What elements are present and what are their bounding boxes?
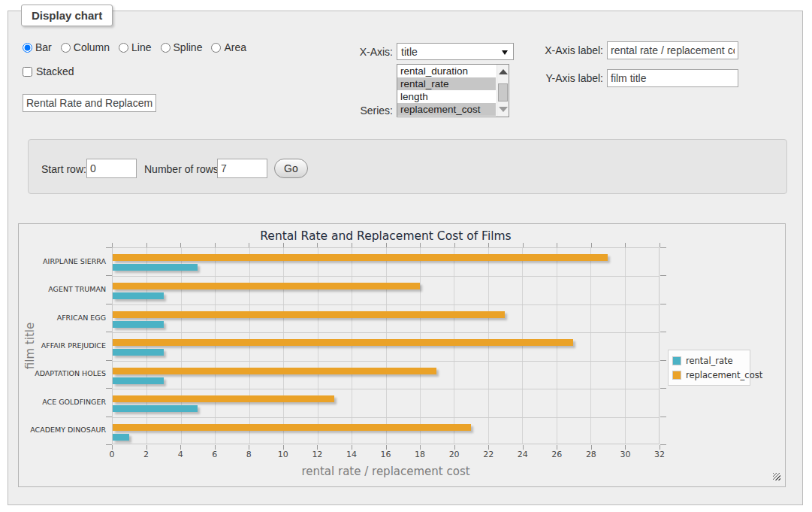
band (113, 332, 659, 360)
x-tick-label: 2 (131, 450, 161, 459)
scroll-up-icon[interactable] (499, 69, 508, 74)
chart-type-option-spline[interactable]: Spline (161, 41, 203, 53)
chart-type-option-line[interactable]: Line (119, 41, 151, 53)
scrollbar-thumb[interactable] (498, 83, 508, 101)
x-axis-caption: X-Axis: (323, 46, 393, 58)
stacked-checkbox[interactable] (23, 67, 32, 77)
series-option-length[interactable]: length (397, 90, 496, 103)
bar-replacement_cost (113, 311, 505, 318)
band (113, 248, 659, 276)
y-tick-mark (660, 275, 666, 276)
x-tick-label: 8 (234, 450, 264, 459)
bar-replacement_cost (113, 339, 573, 346)
series-option-rental_duration[interactable]: rental_duration (397, 65, 496, 77)
radio-spline[interactable] (161, 43, 171, 53)
legend-item-rental_rate: rental_rate (672, 353, 745, 368)
bar-replacement_cost (113, 368, 436, 374)
scroll-down-icon[interactable] (499, 107, 508, 112)
band (113, 417, 659, 445)
x-tick-mark (557, 445, 557, 450)
series-options: rental_durationrental_ratelengthreplacem… (397, 65, 509, 116)
chart-title: Rental Rate and Replacement Cost of Film… (112, 229, 660, 243)
radio-line[interactable] (119, 43, 128, 53)
y-tick-mark (106, 444, 112, 445)
y-tick-mark (660, 417, 666, 417)
x-axis-select[interactable]: title (397, 43, 514, 60)
y-tick-mark (660, 388, 666, 389)
x-tick-mark (215, 445, 216, 450)
radio-bar[interactable] (23, 43, 32, 53)
y-tick-mark (106, 417, 112, 417)
x-tick-mark (112, 445, 113, 450)
band (113, 389, 659, 417)
fieldset-legend: Display chart (21, 5, 113, 26)
x-tick-label: 12 (302, 450, 332, 459)
number-of-rows-input[interactable] (217, 159, 267, 178)
go-button[interactable]: Go (274, 159, 308, 178)
series-caption: Series: (323, 105, 393, 117)
series-option-replacement_cost[interactable]: replacement_cost (397, 103, 496, 116)
legend-label: rental_rate (686, 356, 733, 366)
band (113, 361, 659, 389)
x-tick-label: 18 (405, 450, 435, 459)
x-tick-mark (625, 445, 626, 450)
x-tick-label: 20 (439, 450, 469, 459)
radio-label: Spline (174, 41, 203, 53)
x-tick-mark (283, 445, 284, 450)
stacked-label: Stacked (36, 65, 74, 77)
chart-type-radio-group: BarColumnLineSplineArea (23, 41, 246, 53)
x-tick-label: 32 (644, 450, 675, 459)
radio-column[interactable] (61, 43, 71, 53)
x-tick-label: 24 (508, 450, 538, 459)
bar-rental_rate (113, 377, 164, 384)
radio-label: Area (224, 41, 246, 53)
x-tick-mark (591, 445, 592, 450)
legend-item-replacement_cost: replacement_cost (672, 368, 745, 382)
bar-replacement_cost (113, 254, 608, 261)
x-tick-mark (146, 445, 147, 450)
x-tick-label: 16 (371, 450, 401, 459)
x-tick-label: 4 (165, 450, 195, 459)
y-axis-title: film title (19, 247, 41, 444)
y-axis-label-caption: Y-Axis label: (536, 72, 603, 84)
series-listbox[interactable]: rental_durationrental_ratelengthreplacem… (397, 64, 509, 117)
y-axis-label-input[interactable] (607, 69, 738, 87)
x-tick-mark (660, 243, 660, 247)
x-tick-label: 10 (268, 450, 298, 459)
x-tick-mark (660, 445, 660, 450)
radio-area[interactable] (211, 43, 221, 53)
chart-type-option-column[interactable]: Column (61, 41, 110, 53)
chart-type-option-bar[interactable]: Bar (23, 41, 52, 53)
band (113, 304, 659, 332)
y-tick-mark (660, 444, 666, 445)
x-tick-mark (352, 445, 352, 450)
chart-title-input[interactable] (23, 94, 156, 112)
y-tick-mark (660, 360, 666, 361)
resize-grip-icon[interactable] (773, 473, 780, 480)
page: Display chart BarColumnLineSplineArea St… (0, 0, 812, 512)
stacked-checkbox-row[interactable]: Stacked (23, 65, 74, 77)
x-tick-label: 30 (610, 450, 640, 459)
chevron-down-icon (502, 50, 508, 55)
x-tick-label: 6 (200, 450, 230, 459)
x-axis-label-input[interactable] (607, 41, 738, 59)
y-tick-mark (106, 247, 112, 248)
bar-rental_rate (113, 321, 164, 328)
start-row-label: Start row: (41, 163, 86, 175)
y-tick-mark (106, 275, 112, 276)
listbox-scrollbar[interactable] (497, 65, 509, 117)
legend-label: replacement_cost (686, 370, 762, 380)
chart-type-option-area[interactable]: Area (211, 41, 246, 53)
x-tick-mark (386, 445, 387, 450)
bar-replacement_cost (113, 283, 420, 289)
radio-label: Column (74, 41, 110, 53)
y-tick-mark (106, 332, 112, 332)
x-tick-label: 0 (97, 450, 127, 459)
series-option-rental_rate[interactable]: rental_rate (397, 77, 496, 90)
x-tick-mark (523, 445, 524, 450)
y-tick-mark (106, 388, 112, 389)
start-row-input[interactable] (86, 159, 137, 178)
y-tick-mark (106, 304, 112, 304)
row-controls-panel (28, 139, 787, 194)
x-axis-title: rental rate / replacement cost (112, 465, 660, 478)
